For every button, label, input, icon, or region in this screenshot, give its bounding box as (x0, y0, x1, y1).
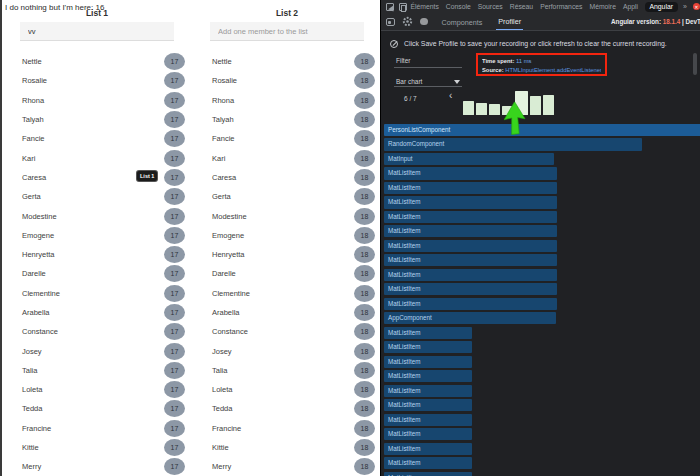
component-timing-row[interactable]: MatListItem (384, 254, 557, 266)
component-timing-row[interactable]: RandomComponent (384, 138, 642, 150)
tab-angular[interactable]: Angular (645, 2, 678, 12)
list-item[interactable]: Clementine 18 (200, 284, 378, 303)
list-item[interactable]: Talia 18 (200, 361, 378, 380)
settings-gear-icon[interactable] (402, 16, 413, 27)
list-item[interactable]: Talyah 17 (10, 110, 188, 129)
component-timing-row[interactable]: MatListItem (384, 370, 472, 382)
inspect-element-icon[interactable] (386, 3, 394, 11)
list-item[interactable]: Caresa 18 (200, 168, 378, 187)
frame-bar[interactable] (489, 104, 500, 115)
list-item[interactable]: Rosalie 18 (200, 71, 378, 90)
component-timing-row[interactable]: MatListItem (384, 225, 557, 237)
list-item[interactable]: Kittie 17 (10, 438, 188, 457)
devtools-tab[interactable]: Sources (478, 3, 503, 10)
list-item[interactable]: Gerta 17 (10, 187, 188, 206)
list-item[interactable]: Darelle 17 (10, 264, 188, 283)
component-timing-row[interactable]: MatListItem (384, 428, 472, 440)
list1-add-member-input[interactable] (20, 22, 174, 41)
list-item[interactable]: Tedda 18 (200, 399, 378, 418)
component-timing-row[interactable]: MatListItem (384, 240, 557, 252)
component-timing-row[interactable]: MatListItem (384, 211, 557, 223)
component-timing-row[interactable]: MatListItem (384, 327, 472, 339)
component-timing-row[interactable]: PersonListComponent (384, 124, 700, 136)
component-timing-row[interactable]: MatListItem (384, 457, 472, 469)
component-timing-row[interactable]: MatListItem (384, 298, 557, 310)
component-timing-row[interactable]: MatListItem (384, 356, 472, 368)
list-item[interactable]: Fancie 18 (200, 129, 378, 148)
list-item[interactable]: Constance 17 (10, 322, 188, 341)
component-timing-row[interactable]: MatListItem (384, 167, 557, 179)
list-item[interactable]: Josey 17 (10, 341, 188, 360)
list-item[interactable]: Modestine 17 (10, 206, 188, 225)
component-timing-row[interactable]: MatListItem (384, 443, 472, 455)
devtools-tab[interactable]: Réseau (510, 3, 533, 10)
list-item[interactable]: Nettle 17 (10, 52, 188, 71)
list-item[interactable]: Clementine 17 (10, 284, 188, 303)
component-timing-row[interactable]: MatListItem (384, 182, 557, 194)
member-name: Clementine (212, 289, 250, 298)
component-timing-row[interactable]: MatListItem (384, 399, 472, 411)
list-item[interactable]: Kittie 18 (200, 438, 378, 457)
list-item[interactable]: Darelle 18 (200, 264, 378, 283)
list-item[interactable]: Francine 18 (200, 419, 378, 438)
filter-input[interactable]: Filter (396, 57, 410, 64)
previous-frame-button[interactable]: ‹ (449, 91, 452, 101)
list-item[interactable]: Loleta 18 (200, 380, 378, 399)
chart-type-select[interactable]: Bar chart (396, 78, 422, 85)
list-item[interactable]: Henryetta 17 (10, 245, 188, 264)
list-item[interactable]: Tedda 17 (10, 399, 188, 418)
component-timing-row[interactable]: MatInput (384, 153, 554, 165)
list-item[interactable]: Nettle 18 (200, 52, 378, 71)
list-item[interactable]: Constance 18 (200, 322, 378, 341)
component-timing-row[interactable]: MatListItem (384, 196, 557, 208)
list-item[interactable]: Rosalie 17 (10, 71, 188, 90)
list-item[interactable]: Gerta 18 (200, 187, 378, 206)
component-timing-row[interactable]: AppComponent (384, 312, 556, 324)
more-tabs-icon[interactable]: » (683, 3, 687, 10)
record-circle-icon[interactable] (420, 18, 428, 26)
source-link[interactable]: HTMLInputElement.addEventListener:keydow… (504, 67, 601, 73)
list-item[interactable]: Talyah 18 (200, 110, 378, 129)
list-item[interactable]: Merry 17 (10, 457, 188, 476)
component-timing-row[interactable]: MatListItem (384, 414, 472, 426)
list-item[interactable]: Emogene 18 (200, 226, 378, 245)
component-timing-row[interactable]: MatListItem (384, 472, 472, 476)
devtools-tab[interactable]: Performances (540, 3, 582, 10)
device-toolbar-icon[interactable] (399, 3, 407, 11)
error-icon[interactable]: ✕ (693, 3, 700, 10)
frame-bar[interactable] (530, 96, 541, 114)
screencast-icon[interactable] (386, 18, 395, 26)
list-item[interactable]: Rhona 18 (200, 91, 378, 110)
member-age-badge: 18 (354, 458, 375, 475)
list-item[interactable]: Arabella 18 (200, 303, 378, 322)
devtools-tab[interactable]: Mémoire (589, 3, 615, 10)
component-timing-row[interactable]: MatListItem (384, 283, 557, 295)
list-item[interactable]: Arabella 17 (10, 303, 188, 322)
devtools-tab[interactable]: Console (446, 3, 471, 10)
list2-add-member-input[interactable] (210, 22, 364, 41)
frame-bar[interactable] (476, 103, 487, 115)
list-item[interactable]: Loleta 17 (10, 380, 188, 399)
devtools-tab[interactable]: Éléments (411, 3, 439, 10)
list-item[interactable]: Josey 18 (200, 341, 378, 360)
list-item[interactable]: Talia 17 (10, 361, 188, 380)
list-item[interactable]: Fancie 17 (10, 129, 188, 148)
scrollbar-thumb[interactable] (693, 53, 697, 75)
list-item[interactable]: Emogene 17 (10, 226, 188, 245)
component-timing-row[interactable]: MatListItem (384, 341, 472, 353)
list-item[interactable]: Caresa 17 (10, 168, 188, 187)
frame-bar[interactable] (463, 101, 474, 115)
component-timing-row[interactable]: MatListItem (384, 269, 557, 281)
tab-profiler[interactable]: Profiler (496, 13, 523, 31)
list-item[interactable]: Kari 18 (200, 148, 378, 167)
list-item[interactable]: Francine 17 (10, 419, 188, 438)
component-timing-row[interactable]: MatListItem (384, 385, 472, 397)
list-item[interactable]: Rhona 17 (10, 91, 188, 110)
devtools-tab[interactable]: Appli (623, 3, 638, 10)
list-item[interactable]: Merry 18 (200, 457, 378, 476)
list-item[interactable]: Kari 17 (10, 148, 188, 167)
list-item[interactable]: Henryetta 18 (200, 245, 378, 264)
list-item[interactable]: Modestine 18 (200, 206, 378, 225)
tab-components[interactable]: Components (440, 14, 485, 30)
frame-bar[interactable] (543, 95, 554, 115)
